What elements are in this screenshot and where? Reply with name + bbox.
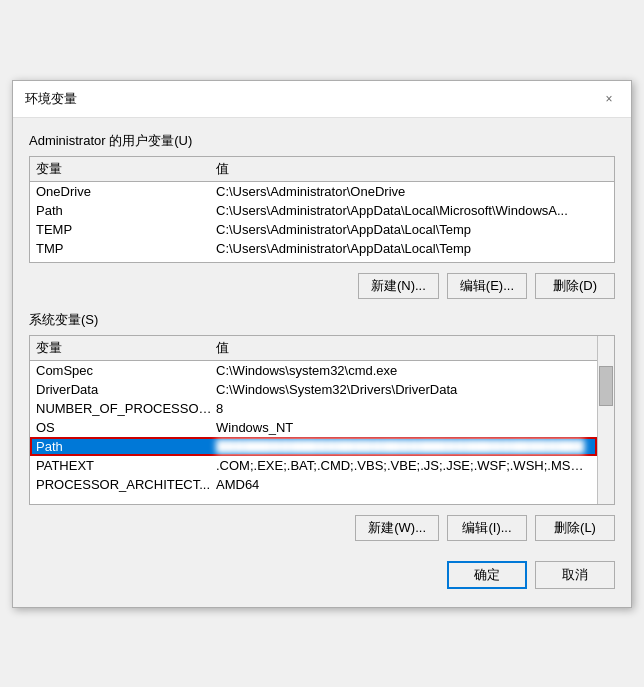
sys-table-body: ComSpecC:\Windows\system32\cmd.exeDriver… bbox=[30, 361, 597, 494]
cell-val: AMD64 bbox=[216, 477, 591, 492]
user-edit-button[interactable]: 编辑(E)... bbox=[447, 273, 527, 299]
cell-var: Path bbox=[36, 439, 216, 454]
user-table-body: OneDriveC:\Users\Administrator\OneDriveP… bbox=[30, 182, 614, 262]
sys-section-label: 系统变量(S) bbox=[29, 311, 615, 329]
dialog-title: 环境变量 bbox=[25, 90, 77, 108]
table-row[interactable]: NUMBER_OF_PROCESSORS8 bbox=[30, 399, 597, 418]
cell-var: Path bbox=[36, 203, 216, 218]
close-button[interactable]: × bbox=[599, 89, 619, 109]
confirm-button[interactable]: 确定 bbox=[447, 561, 527, 589]
table-row[interactable]: PATHEXT.COM;.EXE;.BAT;.CMD;.VBS;.VBE;.JS… bbox=[30, 456, 597, 475]
cell-var: OS bbox=[36, 420, 216, 435]
user-section-label: Administrator 的用户变量(U) bbox=[29, 132, 615, 150]
cell-val: C:\Users\Administrator\AppData\Local\Tem… bbox=[216, 241, 608, 256]
cell-val: 8 bbox=[216, 401, 591, 416]
cancel-button[interactable]: 取消 bbox=[535, 561, 615, 589]
table-row[interactable]: Path████████████████████████████████████… bbox=[30, 437, 597, 456]
cell-var: PROCESSOR_ARCHITECT... bbox=[36, 477, 216, 492]
cell-val: C:\Users\Administrator\OneDrive bbox=[216, 184, 608, 199]
user-buttons-row: 新建(N)... 编辑(E)... 删除(D) bbox=[29, 273, 615, 299]
user-new-button[interactable]: 新建(N)... bbox=[358, 273, 439, 299]
cell-var: DriverData bbox=[36, 382, 216, 397]
cell-var: OneDrive bbox=[36, 184, 216, 199]
sys-variables-table: 变量 值 ComSpecC:\Windows\system32\cmd.exeD… bbox=[29, 335, 615, 505]
sys-col-val-header: 值 bbox=[216, 339, 591, 357]
title-bar: 环境变量 × bbox=[13, 81, 631, 118]
cell-val: C:\Windows\System32\Drivers\DriverData bbox=[216, 382, 591, 397]
sys-table-scroll[interactable]: 变量 值 ComSpecC:\Windows\system32\cmd.exeD… bbox=[30, 336, 597, 504]
user-table-header: 变量 值 bbox=[30, 157, 614, 182]
cell-val: .COM;.EXE;.BAT;.CMD;.VBS;.VBE;.JS;.JSE;.… bbox=[216, 458, 591, 473]
cell-var: ComSpec bbox=[36, 363, 216, 378]
cell-var: NUMBER_OF_PROCESSORS bbox=[36, 401, 216, 416]
sys-delete-button[interactable]: 删除(L) bbox=[535, 515, 615, 541]
sys-col-var-header: 变量 bbox=[36, 339, 216, 357]
sys-new-button[interactable]: 新建(W)... bbox=[355, 515, 439, 541]
table-row[interactable]: DriverDataC:\Windows\System32\Drivers\Dr… bbox=[30, 380, 597, 399]
user-col-var-header: 变量 bbox=[36, 160, 216, 178]
table-row[interactable]: OneDriveC:\Users\Administrator\OneDrive bbox=[30, 182, 614, 201]
sys-edit-button[interactable]: 编辑(I)... bbox=[447, 515, 527, 541]
cell-val: Windows_NT bbox=[216, 420, 591, 435]
table-row[interactable]: TEMPC:\Users\Administrator\AppData\Local… bbox=[30, 220, 614, 239]
table-row[interactable]: PROCESSOR_ARCHITECT...AMD64 bbox=[30, 475, 597, 494]
cell-var: TMP bbox=[36, 241, 216, 256]
cell-val: C:\Users\Administrator\AppData\Local\Tem… bbox=[216, 222, 608, 237]
table-row[interactable]: TMPC:\Users\Administrator\AppData\Local\… bbox=[30, 239, 614, 258]
cell-val: C:\Users\Administrator\AppData\Local\Mic… bbox=[216, 203, 608, 218]
user-col-val-header: 值 bbox=[216, 160, 608, 178]
scrollbar-track bbox=[597, 336, 614, 504]
table-row[interactable]: PathC:\Users\Administrator\AppData\Local… bbox=[30, 201, 614, 220]
footer-buttons: 确定 取消 bbox=[29, 553, 615, 593]
table-row[interactable]: ComSpecC:\Windows\system32\cmd.exe bbox=[30, 361, 597, 380]
scrollbar-thumb[interactable] bbox=[599, 366, 613, 406]
cell-var: PATHEXT bbox=[36, 458, 216, 473]
sys-buttons-row: 新建(W)... 编辑(I)... 删除(L) bbox=[29, 515, 615, 541]
environment-variables-dialog: 环境变量 × Administrator 的用户变量(U) 变量 值 OneDr… bbox=[12, 80, 632, 608]
cell-val: ████████████████████████████████████████ bbox=[216, 439, 591, 454]
user-variables-table: 变量 值 OneDriveC:\Users\Administrator\OneD… bbox=[29, 156, 615, 263]
dialog-body: Administrator 的用户变量(U) 变量 值 OneDriveC:\U… bbox=[13, 118, 631, 607]
table-row[interactable]: OSWindows_NT bbox=[30, 418, 597, 437]
cell-val: C:\Windows\system32\cmd.exe bbox=[216, 363, 591, 378]
sys-table-header: 变量 值 bbox=[30, 336, 597, 361]
user-delete-button[interactable]: 删除(D) bbox=[535, 273, 615, 299]
cell-var: TEMP bbox=[36, 222, 216, 237]
